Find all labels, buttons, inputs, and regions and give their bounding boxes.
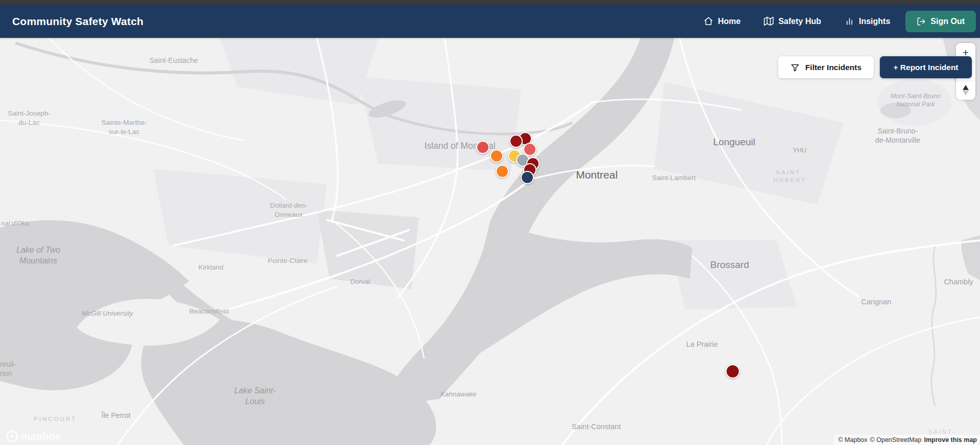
incident-marker[interactable]	[490, 149, 503, 163]
main-nav: Home Safety Hub Insights Sign Out	[695, 11, 976, 32]
filter-incidents-button[interactable]: Filter Incidents	[778, 56, 874, 78]
incident-marker[interactable]	[509, 135, 523, 148]
nav-item-home[interactable]: Home	[695, 11, 749, 31]
filter-incidents-label: Filter Incidents	[805, 63, 861, 72]
sign-out-label: Sign Out	[930, 17, 965, 26]
incident-marker[interactable]	[726, 364, 740, 379]
incident-marker[interactable]	[476, 141, 489, 154]
compass-button[interactable]	[956, 81, 975, 100]
map-canvas[interactable]: Saint-EustacheSaint-Joseph- du-LacSainte…	[0, 0, 980, 445]
nav-home-label: Home	[718, 17, 740, 26]
compass-icon	[963, 85, 969, 96]
app-title: Community Safety Watch	[12, 15, 144, 28]
report-incident-label: + Report Incident	[893, 63, 958, 72]
app-header: Community Safety Watch Home Safety Hub I…	[0, 5, 980, 38]
mapbox-logo-text: mapbox	[21, 431, 61, 442]
incident-marker[interactable]	[521, 171, 534, 184]
sign-out-button[interactable]: Sign Out	[905, 11, 976, 32]
app-window: Saint-EustacheSaint-Joseph- du-LacSainte…	[0, 0, 980, 445]
nav-insights-label: Insights	[859, 17, 890, 26]
funnel-icon	[790, 63, 800, 72]
nav-item-safety-hub[interactable]: Safety Hub	[756, 11, 829, 31]
mapbox-logo[interactable]: mapbox	[6, 430, 61, 442]
map-icon	[764, 16, 774, 26]
bar-chart-icon	[845, 16, 854, 26]
nav-safety-hub-label: Safety Hub	[778, 17, 821, 26]
incident-marker[interactable]	[496, 165, 509, 178]
log-out-icon	[917, 17, 926, 26]
map-attribution: © Mapbox © OpenStreetMap Improve this ma…	[834, 435, 980, 445]
improve-map-link[interactable]: Improve this map	[924, 436, 977, 443]
mapbox-icon	[6, 430, 18, 442]
nav-item-insights[interactable]: Insights	[836, 11, 898, 31]
mapbox-attribution-link[interactable]: © Mapbox	[838, 436, 867, 443]
window-top-strip	[0, 0, 980, 5]
home-icon	[704, 16, 713, 26]
osm-attribution-link[interactable]: © OpenStreetMap	[870, 436, 922, 443]
report-incident-button[interactable]: + Report Incident	[880, 56, 972, 78]
